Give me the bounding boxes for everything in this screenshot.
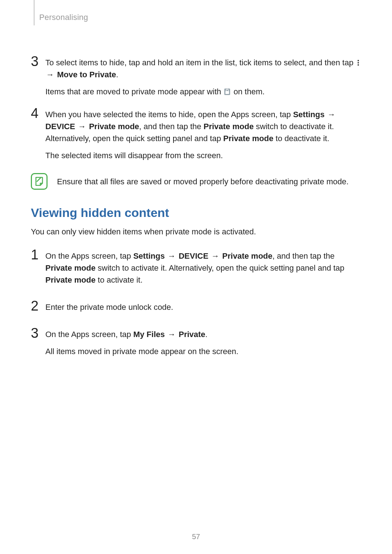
text: to activate it. — [95, 275, 143, 284]
viewing-step-1: 1 On the Apps screen, tap Settings → DEV… — [31, 248, 361, 291]
private-mode-label: Private mode — [89, 122, 139, 131]
viewing-step-2: 2 Enter the private mode unlock code. — [31, 299, 361, 318]
step-number: 3 — [31, 326, 45, 340]
viewing-step-3: 3 On the Apps screen, tap My Files → Pri… — [31, 326, 361, 362]
page-content: 3 To select items to hide, tap and hold … — [31, 54, 361, 362]
settings-label: Settings — [133, 251, 165, 260]
note-callout: Ensure that all files are saved or moved… — [31, 173, 361, 190]
step-body: To select items to hide, tap and hold an… — [45, 54, 361, 103]
text: to deactivate it. — [273, 134, 329, 143]
viewing-step-3-para-2: All items moved in private mode appear o… — [45, 345, 361, 357]
note-icon — [31, 173, 48, 190]
my-files-label: My Files — [133, 330, 165, 339]
step-number: 3 — [31, 54, 45, 68]
section-heading-viewing: Viewing hidden content — [31, 206, 361, 220]
step-4-para-2: The selected items will disappear from t… — [45, 149, 361, 161]
step-body: When you have selected the items to hide… — [45, 106, 361, 167]
step-body: On the Apps screen, tap My Files → Priva… — [45, 326, 361, 362]
step-number: 2 — [31, 299, 45, 313]
text: To select items to hide, tap and hold an… — [45, 58, 356, 67]
step-body: On the Apps screen, tap Settings → DEVIC… — [45, 248, 361, 291]
step-3: 3 To select items to hide, tap and hold … — [31, 54, 361, 103]
document-page: Personalising 3 To select items to hide,… — [0, 0, 392, 554]
step-number: 4 — [31, 106, 45, 120]
private-mode-label: Private mode — [45, 275, 95, 284]
text: . — [205, 330, 208, 339]
device-label: DEVICE — [179, 251, 208, 260]
private-mode-label: Private mode — [222, 251, 272, 260]
svg-rect-4 — [225, 91, 229, 94]
header-divider — [34, 0, 34, 25]
text: switch to activate it. Alternatively, op… — [95, 263, 344, 272]
text: on them. — [231, 87, 265, 96]
text: Items that are moved to private mode app… — [45, 87, 223, 96]
svg-point-1 — [358, 62, 359, 63]
section-header: Personalising — [39, 13, 88, 22]
viewing-step-3-para-1: On the Apps screen, tap My Files → Priva… — [45, 328, 361, 340]
viewing-step-1-para: On the Apps screen, tap Settings → DEVIC… — [45, 250, 361, 286]
svg-point-0 — [358, 60, 359, 61]
text: → — [165, 330, 179, 339]
text: , and then tap the — [273, 251, 335, 260]
text: , and then tap the — [139, 122, 203, 131]
step-body: Enter the private mode unlock code. — [45, 299, 361, 318]
device-label: DEVICE — [45, 122, 75, 131]
text: On the Apps screen, tap — [45, 330, 133, 339]
text: → — [45, 70, 57, 79]
text: → — [208, 251, 222, 260]
step-3-para-2: Items that are moved to private mode app… — [45, 86, 361, 98]
text: On the Apps screen, tap — [45, 251, 133, 260]
settings-label: Settings — [293, 110, 324, 119]
viewing-steps: 1 On the Apps screen, tap Settings → DEV… — [31, 248, 361, 362]
private-mode-label: Private mode — [45, 263, 95, 272]
private-mode-label: Private mode — [204, 122, 254, 131]
step-4: 4 When you have selected the items to hi… — [31, 106, 361, 167]
text: → — [165, 251, 179, 260]
text: → — [75, 122, 89, 131]
step-3-para-1: To select items to hide, tap and hold an… — [45, 57, 361, 81]
text: . — [116, 70, 118, 79]
text: → — [324, 110, 336, 119]
page-number: 57 — [0, 533, 392, 541]
private-mode-label: Private mode — [223, 134, 273, 143]
move-to-private-label: Move to Private — [57, 70, 116, 79]
svg-point-2 — [358, 64, 359, 66]
step-4-para-1: When you have selected the items to hide… — [45, 108, 361, 144]
more-options-icon — [357, 59, 360, 66]
private-lock-icon — [224, 88, 230, 95]
section-intro: You can only view hidden items when priv… — [31, 226, 361, 238]
private-label: Private — [179, 330, 205, 339]
step-number: 1 — [31, 248, 45, 262]
note-text: Ensure that all files are saved or moved… — [57, 176, 348, 188]
text: When you have selected the items to hide… — [45, 110, 293, 119]
viewing-step-2-para: Enter the private mode unlock code. — [45, 301, 361, 313]
